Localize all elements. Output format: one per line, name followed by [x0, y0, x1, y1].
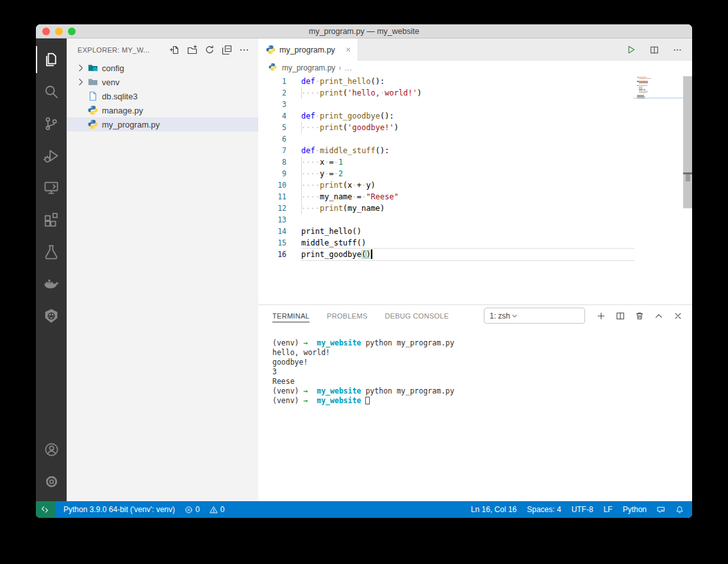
code-line-4[interactable]: 4def·print_goodbye(): [258, 110, 634, 122]
breadcrumb[interactable]: my_program.py › … [258, 61, 692, 75]
maximize-panel-button[interactable] [654, 311, 663, 320]
line-number[interactable]: 11 [258, 191, 286, 203]
line-number[interactable]: 9 [258, 168, 286, 179]
new-folder-button[interactable] [187, 45, 197, 55]
close-panel-button[interactable] [674, 311, 682, 320]
line-number[interactable]: 14 [258, 226, 286, 237]
code-line-1[interactable]: 1def·print_hello(): [258, 76, 634, 87]
line-number[interactable]: 8 [258, 156, 286, 168]
editor-scrollbar[interactable] [683, 76, 692, 208]
code-line-5[interactable]: 5····print('goodbye!') [258, 122, 634, 133]
close [674, 311, 682, 320]
scrollbar-thumb[interactable] [686, 174, 690, 181]
explorer-actions [170, 45, 249, 55]
folder-config [88, 63, 98, 73]
line-number[interactable]: 15 [258, 237, 286, 249]
line-number[interactable]: 5 [258, 122, 286, 133]
line-number[interactable]: 7 [258, 145, 286, 156]
panel-tab-debug-console[interactable]: DEBUG CONSOLE [385, 310, 449, 322]
new-file-icon [170, 45, 180, 55]
tree-item-my_program.py[interactable]: my_program.py [67, 117, 258, 131]
panel-tab-problems[interactable]: PROBLEMS [327, 310, 368, 322]
line-number[interactable]: 3 [258, 99, 286, 110]
indent-guide [301, 122, 302, 133]
code-line-12[interactable]: 12····print(my_name) [258, 203, 634, 214]
breadcrumb-tail[interactable]: … [344, 63, 352, 72]
code-line-2[interactable]: 2····print('hello,·world!') [258, 87, 634, 99]
status-language-mode[interactable]: Python [623, 505, 647, 514]
code-editor[interactable]: 1def·print_hello():2····print('hello,·wo… [258, 75, 692, 304]
activity-item-testing[interactable] [36, 236, 67, 268]
status-indentation[interactable]: Spaces: 4 [527, 505, 561, 514]
code-line-7[interactable]: 7def·middle_stuff(): [258, 145, 634, 156]
code-line-9[interactable]: 9····y·=·2 [258, 168, 634, 179]
kill-terminal-button[interactable] [635, 311, 644, 320]
activity-item-kubernetes[interactable] [36, 300, 67, 332]
status-warnings[interactable]: 0 [210, 505, 225, 514]
status-errors[interactable]: 0 [185, 505, 200, 514]
code-line-16[interactable]: 16print_goodbye() [258, 249, 634, 260]
activity-item-settings[interactable] [36, 465, 67, 497]
activity-item-search[interactable] [36, 76, 67, 108]
code-line-8[interactable]: 8····x·=·1 [258, 156, 634, 168]
line-number[interactable]: 10 [258, 179, 286, 191]
tabs-container: my_program.py [258, 38, 358, 61]
activity-item-source-control[interactable] [36, 108, 67, 140]
code-line-6[interactable]: 6 [258, 133, 634, 145]
status-feedback[interactable] [657, 506, 665, 514]
line-number[interactable]: 1 [258, 76, 286, 87]
close-window-button[interactable] [42, 28, 50, 35]
zoom-window-button[interactable] [68, 28, 76, 35]
activity-item-explorer[interactable] [36, 44, 67, 76]
tree-item-venv[interactable]: venv [67, 75, 258, 89]
refresh-button[interactable] [204, 45, 215, 55]
tab-my_program.py[interactable]: my_program.py [258, 38, 358, 61]
title-bar[interactable]: my_program.py — my_website [36, 24, 692, 38]
line-content: ····my_name·=·"Reese" [301, 191, 634, 203]
python-file-icon [269, 63, 279, 73]
status-notifications[interactable] [675, 506, 684, 514]
terminal-select[interactable]: 1: zsh [484, 308, 585, 324]
split-terminal-button[interactable] [616, 311, 625, 320]
split-editor-button[interactable] [650, 46, 659, 54]
more-button[interactable] [239, 45, 249, 55]
new-terminal-button[interactable] [597, 311, 606, 320]
tree-item-manage.py[interactable]: manage.py [67, 103, 258, 117]
code-line-15[interactable]: 15middle_stuff() [258, 237, 634, 249]
code-line-10[interactable]: 10····print(x·+·y) [258, 179, 634, 191]
activity-item-accounts[interactable] [36, 433, 67, 465]
breadcrumb-chevron-icon: › [338, 63, 341, 72]
activity-item-extensions[interactable] [36, 204, 67, 236]
activity-item-docker[interactable] [36, 268, 67, 300]
activity-item-run-debug[interactable] [36, 140, 67, 172]
tab-close-button[interactable] [345, 47, 351, 53]
indent-guide [301, 168, 302, 179]
terminal-output[interactable]: (venv) → my_website python my_program.py… [258, 326, 692, 501]
more-actions-button[interactable] [673, 46, 682, 54]
line-number[interactable]: 12 [258, 203, 286, 214]
status-python-interpreter[interactable]: Python 3.9.0 64-bit ('venv': venv) [63, 505, 175, 514]
code-line-13[interactable]: 13 [258, 214, 634, 226]
code-line-11[interactable]: 11····my_name·=·"Reese" [258, 191, 634, 203]
line-number[interactable]: 4 [258, 110, 286, 122]
breadcrumb-file[interactable]: my_program.py [282, 63, 335, 72]
status-eol[interactable]: LF [604, 505, 613, 514]
line-number[interactable]: 6 [258, 133, 286, 145]
activity-item-remote-explorer[interactable] [36, 172, 67, 204]
line-number[interactable]: 2 [258, 87, 286, 99]
minimize-window-button[interactable] [55, 28, 63, 35]
line-number[interactable]: 16 [258, 249, 286, 260]
line-number[interactable]: 13 [258, 214, 286, 226]
status-cursor-position[interactable]: Ln 16, Col 16 [471, 505, 517, 514]
remote-indicator[interactable] [36, 501, 55, 518]
run-python-file-button[interactable] [626, 45, 636, 54]
tree-item-db.sqlite3[interactable]: db.sqlite3 [67, 89, 258, 103]
collapse-all-button[interactable] [222, 45, 232, 55]
status-encoding[interactable]: UTF-8 [572, 505, 593, 514]
minimap[interactable] [634, 75, 683, 304]
panel-tab-terminal[interactable]: TERMINAL [272, 310, 310, 322]
code-line-3[interactable]: 3 [258, 99, 634, 110]
code-line-14[interactable]: 14print_hello() [258, 226, 634, 237]
new-file-button[interactable] [170, 45, 180, 55]
tree-item-config[interactable]: config [67, 61, 258, 75]
